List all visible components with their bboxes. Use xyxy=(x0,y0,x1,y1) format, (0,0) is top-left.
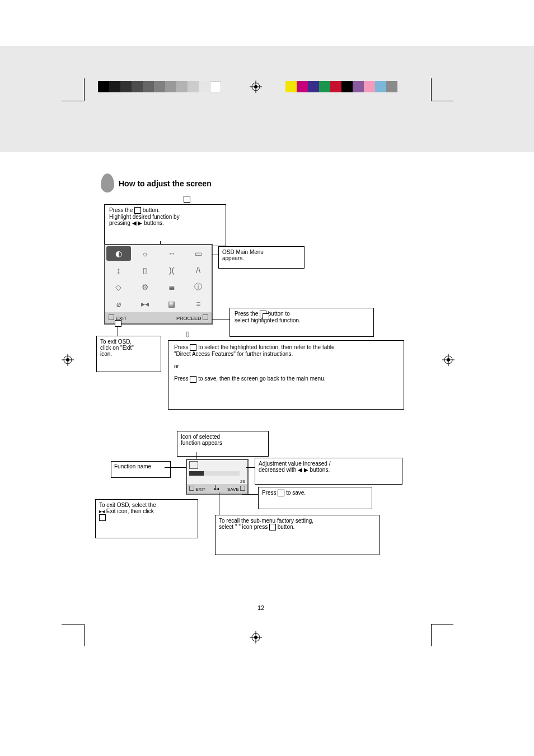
left-right-arrow-icon: ◀ ▶ xyxy=(132,220,143,226)
hpos-icon: ▭ xyxy=(185,245,212,262)
text: Icon of selected xyxy=(181,434,220,440)
text: button to xyxy=(268,311,290,317)
text: pressing xyxy=(109,220,132,226)
text: Highlight desired function by xyxy=(109,214,180,220)
hsize-icon: ↔ xyxy=(158,245,185,262)
button-glyph-icon xyxy=(269,524,276,530)
text: Press the xyxy=(109,207,134,213)
button-glyph-icon xyxy=(99,514,106,521)
text: select " " icon press xyxy=(219,524,269,530)
button-glyph-icon xyxy=(263,313,269,320)
color-calibration-bar xyxy=(285,81,397,92)
exit-callout: To exit OSD, click on "Exit" icon. xyxy=(96,336,161,372)
leader-line xyxy=(212,255,218,255)
registration-mark-icon xyxy=(250,631,262,644)
contrast-icon: ◐ xyxy=(106,246,131,261)
osd-caption: OSD Main Menu appears. xyxy=(218,246,305,269)
text: buttons. xyxy=(144,220,164,226)
leader-line xyxy=(212,320,229,320)
sub-exit-label: EXIT xyxy=(189,486,205,492)
color-icon: ⚙ xyxy=(132,279,159,295)
button-glyph-icon xyxy=(190,344,196,351)
leader-line xyxy=(219,492,219,515)
registration-mark-icon xyxy=(250,81,262,93)
crop-mark xyxy=(431,78,432,101)
text: buttons. xyxy=(310,467,330,473)
slash-separator: / xyxy=(214,484,216,491)
button-glyph-icon xyxy=(278,490,284,496)
text: appears. xyxy=(222,255,244,261)
recall-caption: To recall the sub-menu factory setting, … xyxy=(215,515,380,555)
recall-icon: ▸◂ xyxy=(132,295,159,312)
selected-icon-caption: Icon of selected function appears xyxy=(177,431,269,457)
down-arrow-icon: ⇩ xyxy=(184,330,191,339)
text: Press the xyxy=(235,311,260,317)
step1-callout: Press the button. Highlight desired func… xyxy=(104,204,226,246)
text: function appears xyxy=(181,440,222,446)
page-number: 12 xyxy=(257,604,264,611)
text: button. xyxy=(278,524,295,530)
function-name-caption: Function name xyxy=(111,461,171,478)
hpos-icon xyxy=(189,461,198,469)
text: Press xyxy=(174,375,190,382)
section-bullet-icon xyxy=(101,173,114,192)
vpos-icon: ▯ xyxy=(132,262,159,279)
text: Exit icon, then click xyxy=(106,508,154,514)
crop-mark xyxy=(431,624,453,624)
exit2-callout: To exit OSD, select the ▸◂ Exit icon, th… xyxy=(95,499,198,538)
leader-line xyxy=(246,467,255,468)
progress-fill xyxy=(189,471,204,476)
text: OSD Main Menu xyxy=(222,249,264,255)
button-glyph-icon xyxy=(115,320,121,327)
text: Adjustment value increased / xyxy=(259,461,330,467)
crop-mark xyxy=(431,101,453,101)
button-glyph-icon xyxy=(184,196,190,203)
text: decreased with xyxy=(259,467,298,473)
text: Function name xyxy=(114,463,151,469)
text: icon. xyxy=(100,351,112,357)
text: to save. xyxy=(286,490,306,496)
button-glyph-icon xyxy=(190,376,196,383)
button-glyph-icon xyxy=(134,207,141,214)
language-icon: ≣ xyxy=(158,279,185,295)
adjustment-caption: Adjustment value increased / decreased w… xyxy=(255,458,402,485)
osd-sub-menu: 26 EXIT ▸◂ SAVE xyxy=(186,459,249,495)
left-right-arrow-icon: ◀ ▶ xyxy=(298,467,308,473)
osd-proceed-label: PROCEED xyxy=(176,314,208,321)
info-icon: ⓘ xyxy=(185,279,212,295)
step3-step4-callout: Press to select the highlighted function… xyxy=(168,340,404,410)
sub-save-label: SAVE xyxy=(227,486,245,492)
adjustment-value: 26 xyxy=(187,479,247,484)
vsize-icon: ↨ xyxy=(105,262,132,279)
text: click on "Exit" xyxy=(100,345,134,351)
misc-icon: ≡ xyxy=(185,295,212,312)
crop-mark xyxy=(84,624,85,646)
pincushion-icon: )( xyxy=(158,262,185,279)
text: To exit OSD, select the xyxy=(99,502,156,508)
crop-mark xyxy=(62,624,84,624)
text: Press xyxy=(174,344,190,350)
osd-main-menu: ◐ ☼ ↔ ▭ ↨ ▯ )( /\ ◇ ⚙ ≣ ⓘ ⌀ ▸◂ ▦ ≡ EXIT … xyxy=(104,244,213,325)
brightness-icon: ☼ xyxy=(132,245,159,262)
recall-glyph-icon: ▸◂ xyxy=(99,508,105,514)
step2-callout: Press the button to select highlighted f… xyxy=(229,308,374,337)
print-bleed-band xyxy=(0,46,534,152)
text: To exit OSD, xyxy=(100,339,132,345)
grayscale-calibration-bar xyxy=(98,81,221,92)
text: to save, then the screen go back to the … xyxy=(198,375,325,382)
text: to select the highlighted function, then… xyxy=(198,344,335,350)
crop-mark xyxy=(431,624,432,646)
leader-line xyxy=(118,327,118,336)
crop-mark xyxy=(62,101,84,101)
text: Press xyxy=(262,490,278,496)
degauss-icon: ⌀ xyxy=(105,295,132,312)
registration-mark-icon xyxy=(442,354,455,366)
text: or xyxy=(174,363,179,369)
trapezoid-icon: /\ xyxy=(185,262,212,279)
text: button. xyxy=(143,207,160,213)
section-title: How to adjust the screen xyxy=(119,179,212,188)
leader-line xyxy=(242,494,258,495)
progress-empty xyxy=(204,471,240,476)
text: To recall the sub-menu factory setting, xyxy=(219,518,313,524)
save-caption: Press to save. xyxy=(258,487,372,509)
